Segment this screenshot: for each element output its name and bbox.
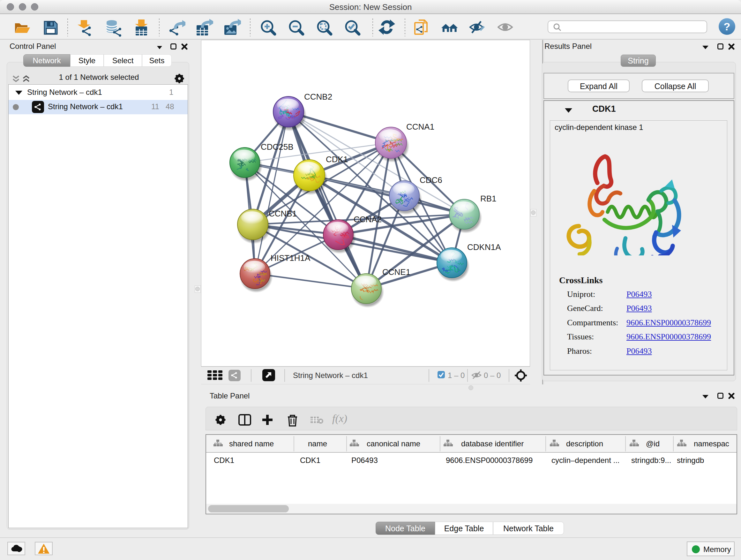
svg-text:CCNA1: CCNA1 <box>406 122 434 132</box>
svg-text:CDC25B: CDC25B <box>261 142 293 152</box>
svg-text:CCNB1: CCNB1 <box>269 209 297 219</box>
svg-text:CDKN1A: CDKN1A <box>467 242 501 252</box>
svg-text:CCNE1: CCNE1 <box>382 267 410 277</box>
svg-text:CCNA2: CCNA2 <box>354 214 382 224</box>
svg-text:CCNB2: CCNB2 <box>304 92 332 102</box>
svg-text:CDK1: CDK1 <box>326 154 348 164</box>
svg-text:HIST1H1A: HIST1H1A <box>271 253 311 263</box>
svg-text:RB1: RB1 <box>480 194 496 203</box>
svg-text:CDC6: CDC6 <box>420 175 442 185</box>
